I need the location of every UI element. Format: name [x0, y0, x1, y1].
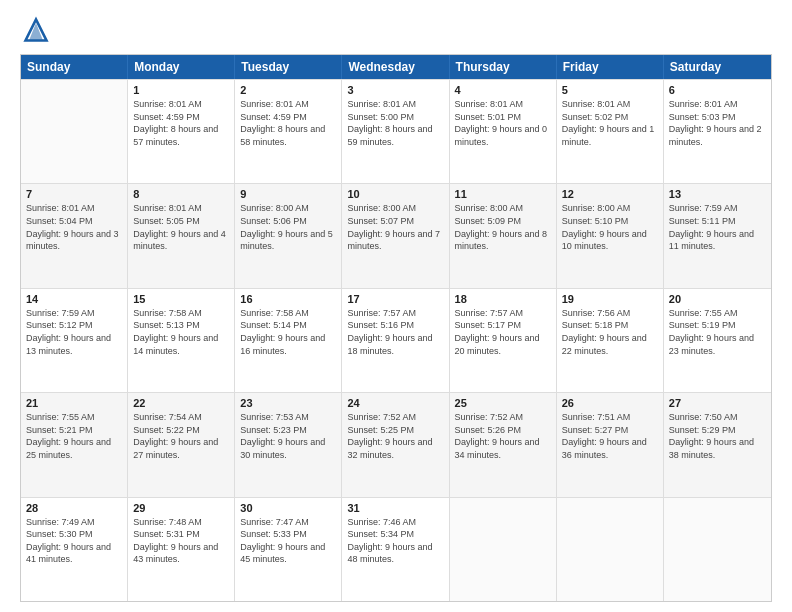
day-number: 28 — [26, 502, 122, 514]
calendar-day-empty-0-0 — [21, 80, 128, 183]
calendar-day-4: 4Sunrise: 8:01 AM Sunset: 5:01 PM Daylig… — [450, 80, 557, 183]
calendar-week-5: 28Sunrise: 7:49 AM Sunset: 5:30 PM Dayli… — [21, 497, 771, 601]
day-number: 13 — [669, 188, 766, 200]
calendar-day-empty-4-5 — [557, 498, 664, 601]
day-info: Sunrise: 7:56 AM Sunset: 5:18 PM Dayligh… — [562, 307, 658, 357]
day-info: Sunrise: 8:01 AM Sunset: 5:04 PM Dayligh… — [26, 202, 122, 252]
day-number: 9 — [240, 188, 336, 200]
day-number: 8 — [133, 188, 229, 200]
day-info: Sunrise: 7:57 AM Sunset: 5:16 PM Dayligh… — [347, 307, 443, 357]
calendar-day-22: 22Sunrise: 7:54 AM Sunset: 5:22 PM Dayli… — [128, 393, 235, 496]
day-info: Sunrise: 8:00 AM Sunset: 5:06 PM Dayligh… — [240, 202, 336, 252]
day-info: Sunrise: 7:58 AM Sunset: 5:13 PM Dayligh… — [133, 307, 229, 357]
day-number: 2 — [240, 84, 336, 96]
day-number: 1 — [133, 84, 229, 96]
day-number: 18 — [455, 293, 551, 305]
calendar-day-19: 19Sunrise: 7:56 AM Sunset: 5:18 PM Dayli… — [557, 289, 664, 392]
calendar-weekday-wednesday: Wednesday — [342, 55, 449, 79]
calendar-day-27: 27Sunrise: 7:50 AM Sunset: 5:29 PM Dayli… — [664, 393, 771, 496]
day-info: Sunrise: 7:54 AM Sunset: 5:22 PM Dayligh… — [133, 411, 229, 461]
calendar-day-30: 30Sunrise: 7:47 AM Sunset: 5:33 PM Dayli… — [235, 498, 342, 601]
day-number: 14 — [26, 293, 122, 305]
page: SundayMondayTuesdayWednesdayThursdayFrid… — [0, 0, 792, 612]
day-info: Sunrise: 8:00 AM Sunset: 5:10 PM Dayligh… — [562, 202, 658, 252]
day-info: Sunrise: 7:55 AM Sunset: 5:19 PM Dayligh… — [669, 307, 766, 357]
calendar-day-21: 21Sunrise: 7:55 AM Sunset: 5:21 PM Dayli… — [21, 393, 128, 496]
day-number: 15 — [133, 293, 229, 305]
calendar-weekday-tuesday: Tuesday — [235, 55, 342, 79]
calendar-day-24: 24Sunrise: 7:52 AM Sunset: 5:25 PM Dayli… — [342, 393, 449, 496]
day-number: 21 — [26, 397, 122, 409]
calendar-day-29: 29Sunrise: 7:48 AM Sunset: 5:31 PM Dayli… — [128, 498, 235, 601]
day-number: 29 — [133, 502, 229, 514]
day-number: 4 — [455, 84, 551, 96]
day-number: 22 — [133, 397, 229, 409]
day-info: Sunrise: 8:01 AM Sunset: 4:59 PM Dayligh… — [133, 98, 229, 148]
day-info: Sunrise: 7:59 AM Sunset: 5:12 PM Dayligh… — [26, 307, 122, 357]
day-number: 20 — [669, 293, 766, 305]
calendar-day-empty-4-4 — [450, 498, 557, 601]
calendar-weekday-sunday: Sunday — [21, 55, 128, 79]
day-info: Sunrise: 7:53 AM Sunset: 5:23 PM Dayligh… — [240, 411, 336, 461]
calendar-day-3: 3Sunrise: 8:01 AM Sunset: 5:00 PM Daylig… — [342, 80, 449, 183]
calendar-day-empty-4-6 — [664, 498, 771, 601]
calendar-day-11: 11Sunrise: 8:00 AM Sunset: 5:09 PM Dayli… — [450, 184, 557, 287]
day-number: 10 — [347, 188, 443, 200]
day-info: Sunrise: 7:47 AM Sunset: 5:33 PM Dayligh… — [240, 516, 336, 566]
calendar-weekday-friday: Friday — [557, 55, 664, 79]
calendar-weekday-monday: Monday — [128, 55, 235, 79]
calendar-day-25: 25Sunrise: 7:52 AM Sunset: 5:26 PM Dayli… — [450, 393, 557, 496]
day-number: 12 — [562, 188, 658, 200]
day-number: 31 — [347, 502, 443, 514]
day-number: 11 — [455, 188, 551, 200]
day-info: Sunrise: 8:01 AM Sunset: 4:59 PM Dayligh… — [240, 98, 336, 148]
day-number: 7 — [26, 188, 122, 200]
day-number: 25 — [455, 397, 551, 409]
day-number: 3 — [347, 84, 443, 96]
day-number: 16 — [240, 293, 336, 305]
calendar-day-6: 6Sunrise: 8:01 AM Sunset: 5:03 PM Daylig… — [664, 80, 771, 183]
calendar-day-20: 20Sunrise: 7:55 AM Sunset: 5:19 PM Dayli… — [664, 289, 771, 392]
calendar-day-8: 8Sunrise: 8:01 AM Sunset: 5:05 PM Daylig… — [128, 184, 235, 287]
calendar-day-15: 15Sunrise: 7:58 AM Sunset: 5:13 PM Dayli… — [128, 289, 235, 392]
day-info: Sunrise: 8:01 AM Sunset: 5:00 PM Dayligh… — [347, 98, 443, 148]
calendar-week-1: 1Sunrise: 8:01 AM Sunset: 4:59 PM Daylig… — [21, 79, 771, 183]
calendar-day-7: 7Sunrise: 8:01 AM Sunset: 5:04 PM Daylig… — [21, 184, 128, 287]
day-info: Sunrise: 7:58 AM Sunset: 5:14 PM Dayligh… — [240, 307, 336, 357]
day-info: Sunrise: 8:01 AM Sunset: 5:02 PM Dayligh… — [562, 98, 658, 148]
day-info: Sunrise: 7:51 AM Sunset: 5:27 PM Dayligh… — [562, 411, 658, 461]
calendar-day-26: 26Sunrise: 7:51 AM Sunset: 5:27 PM Dayli… — [557, 393, 664, 496]
calendar-week-4: 21Sunrise: 7:55 AM Sunset: 5:21 PM Dayli… — [21, 392, 771, 496]
calendar-weekday-thursday: Thursday — [450, 55, 557, 79]
calendar-day-28: 28Sunrise: 7:49 AM Sunset: 5:30 PM Dayli… — [21, 498, 128, 601]
calendar-day-31: 31Sunrise: 7:46 AM Sunset: 5:34 PM Dayli… — [342, 498, 449, 601]
calendar-day-13: 13Sunrise: 7:59 AM Sunset: 5:11 PM Dayli… — [664, 184, 771, 287]
calendar-day-12: 12Sunrise: 8:00 AM Sunset: 5:10 PM Dayli… — [557, 184, 664, 287]
day-info: Sunrise: 7:50 AM Sunset: 5:29 PM Dayligh… — [669, 411, 766, 461]
calendar-weekday-saturday: Saturday — [664, 55, 771, 79]
day-info: Sunrise: 8:01 AM Sunset: 5:05 PM Dayligh… — [133, 202, 229, 252]
calendar-day-16: 16Sunrise: 7:58 AM Sunset: 5:14 PM Dayli… — [235, 289, 342, 392]
day-info: Sunrise: 7:49 AM Sunset: 5:30 PM Dayligh… — [26, 516, 122, 566]
day-number: 5 — [562, 84, 658, 96]
day-number: 24 — [347, 397, 443, 409]
day-info: Sunrise: 8:00 AM Sunset: 5:09 PM Dayligh… — [455, 202, 551, 252]
day-number: 27 — [669, 397, 766, 409]
logo-icon — [22, 16, 50, 44]
calendar-day-9: 9Sunrise: 8:00 AM Sunset: 5:06 PM Daylig… — [235, 184, 342, 287]
day-number: 30 — [240, 502, 336, 514]
calendar-day-10: 10Sunrise: 8:00 AM Sunset: 5:07 PM Dayli… — [342, 184, 449, 287]
calendar-day-14: 14Sunrise: 7:59 AM Sunset: 5:12 PM Dayli… — [21, 289, 128, 392]
calendar-day-18: 18Sunrise: 7:57 AM Sunset: 5:17 PM Dayli… — [450, 289, 557, 392]
day-info: Sunrise: 8:01 AM Sunset: 5:03 PM Dayligh… — [669, 98, 766, 148]
day-info: Sunrise: 8:01 AM Sunset: 5:01 PM Dayligh… — [455, 98, 551, 148]
calendar-day-1: 1Sunrise: 8:01 AM Sunset: 4:59 PM Daylig… — [128, 80, 235, 183]
header — [20, 16, 772, 44]
calendar-header: SundayMondayTuesdayWednesdayThursdayFrid… — [21, 55, 771, 79]
calendar-day-2: 2Sunrise: 8:01 AM Sunset: 4:59 PM Daylig… — [235, 80, 342, 183]
calendar-week-2: 7Sunrise: 8:01 AM Sunset: 5:04 PM Daylig… — [21, 183, 771, 287]
day-number: 6 — [669, 84, 766, 96]
day-info: Sunrise: 7:57 AM Sunset: 5:17 PM Dayligh… — [455, 307, 551, 357]
calendar-day-17: 17Sunrise: 7:57 AM Sunset: 5:16 PM Dayli… — [342, 289, 449, 392]
day-number: 17 — [347, 293, 443, 305]
